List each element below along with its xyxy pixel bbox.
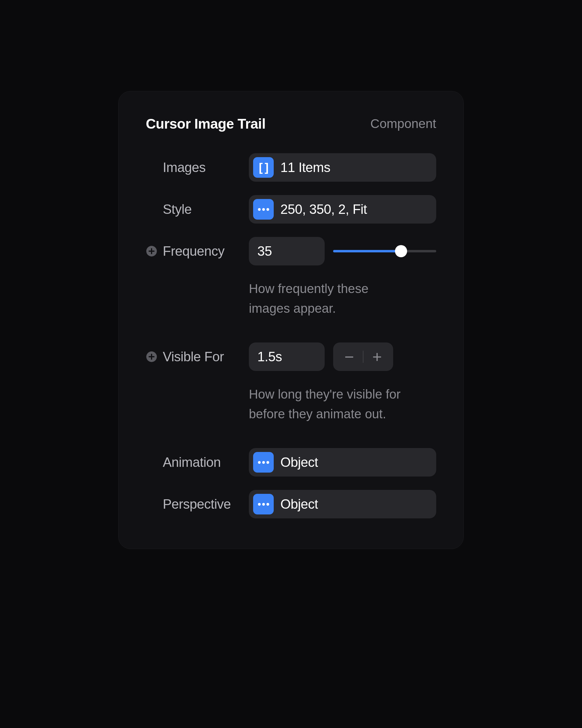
row-animation: Animation Object: [146, 448, 436, 476]
row-visible-for: Visible For 1.5s − +: [146, 342, 436, 371]
visible-for-input[interactable]: 1.5s: [249, 342, 325, 371]
images-value-chip[interactable]: 11 Items: [249, 153, 436, 182]
frequency-input[interactable]: 35: [249, 237, 325, 265]
perspective-value: Object: [280, 497, 318, 512]
panel-type-label: Component: [370, 116, 436, 131]
style-value-chip[interactable]: 250, 350, 2, Fit: [249, 195, 436, 224]
array-icon: [253, 157, 274, 178]
add-icon[interactable]: [146, 351, 157, 363]
frequency-help: How frequently these images appear.: [249, 279, 413, 318]
visible-for-help: How long they're visible for before they…: [249, 384, 413, 424]
row-perspective: Perspective Object: [146, 490, 436, 518]
visible-for-label: Visible For: [163, 349, 224, 364]
increment-button[interactable]: +: [363, 342, 391, 371]
animation-value-chip[interactable]: Object: [249, 448, 436, 476]
ellipsis-icon: [253, 494, 274, 515]
style-value: 250, 350, 2, Fit: [280, 202, 367, 217]
visible-for-value: 1.5s: [257, 349, 282, 364]
row-frequency: Frequency 35: [146, 237, 436, 265]
perspective-value-chip[interactable]: Object: [249, 490, 436, 518]
frequency-label: Frequency: [163, 243, 224, 259]
frequency-slider[interactable]: [333, 237, 436, 265]
properties-panel: Cursor Image Trail Component Images 11 I…: [118, 91, 464, 549]
visible-for-stepper: − +: [333, 342, 393, 371]
perspective-label: Perspective: [163, 497, 231, 512]
images-value: 11 Items: [280, 160, 330, 175]
animation-value: Object: [280, 455, 318, 470]
ellipsis-icon: [253, 199, 274, 219]
slider-fill: [333, 250, 401, 252]
row-images: Images 11 Items: [146, 153, 436, 182]
style-label: Style: [163, 202, 192, 217]
panel-header: Cursor Image Trail Component: [146, 115, 436, 132]
images-label: Images: [163, 160, 205, 175]
row-style: Style 250, 350, 2, Fit: [146, 195, 436, 224]
ellipsis-icon: [253, 452, 274, 473]
animation-label: Animation: [163, 455, 221, 470]
add-icon[interactable]: [146, 245, 157, 257]
frequency-value: 35: [257, 243, 272, 259]
panel-title: Cursor Image Trail: [146, 115, 266, 132]
decrement-button[interactable]: −: [336, 342, 363, 371]
slider-thumb[interactable]: [395, 245, 407, 257]
